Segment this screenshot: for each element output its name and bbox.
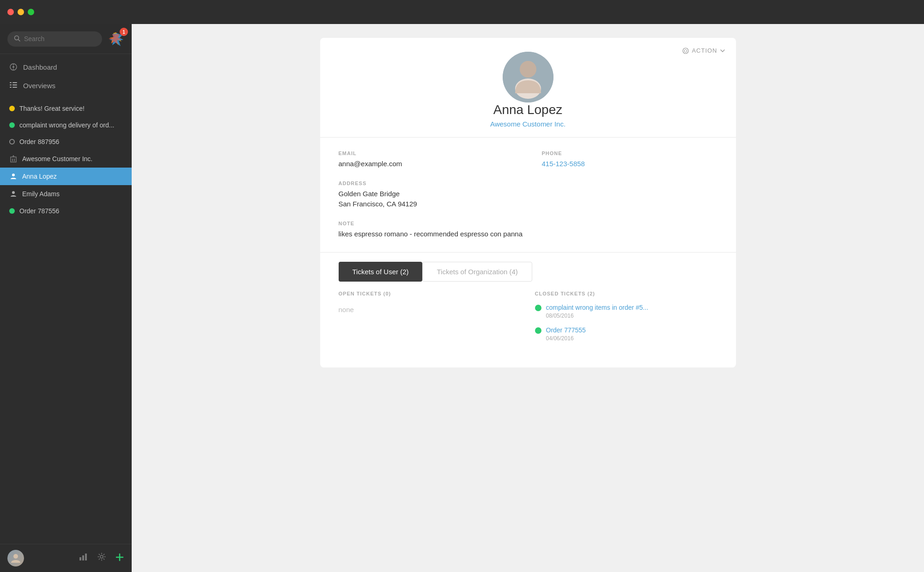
note-value: likes espresso romano - recommended espr… <box>339 229 717 240</box>
tickets-grid: OPEN TICKETS (0) none CLOSED TICKETS (2)… <box>339 291 717 358</box>
list-icon <box>9 81 18 90</box>
search-input[interactable] <box>24 35 96 42</box>
action-button[interactable]: ACTION <box>682 47 724 54</box>
tab-tickets-organization[interactable]: Tickets of Organization (4) <box>422 262 532 282</box>
closed-tickets-title: CLOSED TICKETS (2) <box>535 291 717 296</box>
ticket-status-dot <box>535 305 541 311</box>
ticket-status-dot <box>535 327 541 334</box>
svg-point-29 <box>683 48 688 54</box>
profile-details: EMAIL anna@example.com PHONE 415-123-585… <box>320 138 736 253</box>
list-item-thanks[interactable]: Thanks! Great service! <box>0 100 132 117</box>
email-section: EMAIL anna@example.com <box>339 151 514 169</box>
green-dot-icon <box>9 208 15 214</box>
address-label: ADDRESS <box>339 181 717 186</box>
svg-rect-19 <box>14 160 15 161</box>
svg-point-22 <box>13 554 18 559</box>
person-icon <box>9 190 18 198</box>
svg-rect-12 <box>12 84 17 85</box>
note-label: NOTE <box>339 221 717 226</box>
svg-rect-24 <box>82 555 84 560</box>
notification-badge: 1 <box>120 28 128 36</box>
list-item-label: Order 887956 <box>19 138 59 145</box>
footer-icons <box>79 553 124 564</box>
dashboard-icon <box>9 63 18 71</box>
app-container: 1 Dashboard <box>0 24 924 572</box>
svg-rect-11 <box>10 84 12 85</box>
svg-point-31 <box>520 61 536 78</box>
list-item-label: Emily Adams <box>22 190 60 198</box>
profile-header: ACTION Anna Lopez Awesome Customer Inc. <box>320 38 736 138</box>
yellow-dot-icon <box>9 106 15 111</box>
main-content: ACTION Anna Lopez Awesome Customer Inc. <box>132 24 924 572</box>
avatar <box>503 52 553 102</box>
list-item-awesome-customer[interactable]: Awesome Customer Inc. <box>0 150 132 168</box>
email-label: EMAIL <box>339 151 514 156</box>
tab-tickets-user[interactable]: Tickets of User (2) <box>339 262 423 282</box>
list-item-anna-lopez[interactable]: Anna Lopez <box>0 168 132 185</box>
profile-card: ACTION Anna Lopez Awesome Customer Inc. <box>320 38 736 367</box>
phone-section: PHONE 415-123-5858 <box>542 151 717 169</box>
list-item-label: Anna Lopez <box>22 173 57 180</box>
ticket-item: Order 777555 04/06/2016 <box>535 326 717 342</box>
ticket-title[interactable]: Order 777555 <box>546 326 586 334</box>
sidebar-footer <box>0 544 132 572</box>
gear-icon[interactable] <box>97 553 106 564</box>
sidebar-list: Thanks! Great service! complaint wrong d… <box>0 98 132 544</box>
list-item-complaint-delivery[interactable]: complaint wrong delivery of ord... <box>0 117 132 133</box>
sidebar-item-dashboard[interactable]: Dashboard <box>0 58 132 76</box>
svg-rect-17 <box>14 159 15 160</box>
tabs-section: Tickets of User (2) Tickets of Organizat… <box>320 253 736 367</box>
search-icon <box>14 35 20 43</box>
svg-point-20 <box>12 174 15 176</box>
building-icon <box>9 155 18 163</box>
address-value: Golden Gate Bridge San Francisco, CA 941… <box>339 189 717 210</box>
closed-tickets-section: CLOSED TICKETS (2) complaint wrong items… <box>535 291 717 349</box>
svg-rect-18 <box>12 160 13 161</box>
sidebar-item-overviews[interactable]: Overviews <box>0 76 132 95</box>
email-value: anna@example.com <box>339 159 514 169</box>
action-label: ACTION <box>692 47 717 54</box>
bar-chart-icon[interactable] <box>79 553 88 564</box>
person-icon <box>9 172 18 181</box>
ticket-item: complaint wrong items in order #5... 08/… <box>535 304 717 319</box>
svg-point-26 <box>100 555 103 558</box>
plus-icon[interactable] <box>115 553 124 564</box>
ticket-title[interactable]: complaint wrong items in order #5... <box>546 304 649 311</box>
list-item-emily-adams[interactable]: Emily Adams <box>0 185 132 203</box>
svg-rect-9 <box>10 82 12 83</box>
titlebar <box>0 0 924 24</box>
sidebar-header: 1 <box>0 24 132 54</box>
ticket-info: Order 777555 04/06/2016 <box>546 326 586 342</box>
address-section: ADDRESS Golden Gate Bridge San Francisco… <box>339 181 717 210</box>
list-item-order-887956[interactable]: Order 887956 <box>0 133 132 150</box>
ticket-date: 04/06/2016 <box>546 335 586 342</box>
svg-rect-14 <box>12 87 17 88</box>
overviews-label: Overviews <box>23 82 55 90</box>
close-button[interactable] <box>7 9 14 15</box>
traffic-lights <box>7 9 34 15</box>
svg-point-21 <box>12 191 15 194</box>
green-dot-icon <box>9 122 15 128</box>
tabs-row: Tickets of User (2) Tickets of Organizat… <box>339 262 717 282</box>
maximize-button[interactable] <box>28 9 34 15</box>
minimize-button[interactable] <box>18 9 24 15</box>
list-item-order-787556[interactable]: Order 787556 <box>0 203 132 219</box>
search-bar[interactable] <box>7 31 102 47</box>
list-item-label: Thanks! Great service! <box>19 105 85 112</box>
phone-value[interactable]: 415-123-5858 <box>542 159 717 169</box>
open-tickets-section: OPEN TICKETS (0) none <box>339 291 521 349</box>
logo-area: 1 <box>108 30 124 47</box>
profile-organization[interactable]: Awesome Customer Inc. <box>490 120 565 128</box>
list-item-label: complaint wrong delivery of ord... <box>19 121 114 129</box>
svg-rect-16 <box>12 159 13 160</box>
avatar[interactable] <box>7 550 24 566</box>
svg-rect-10 <box>12 82 17 83</box>
svg-rect-25 <box>85 554 87 560</box>
svg-rect-15 <box>11 157 16 162</box>
dashboard-label: Dashboard <box>23 63 57 71</box>
svg-point-6 <box>12 66 14 68</box>
ticket-info: complaint wrong items in order #5... 08/… <box>546 304 649 319</box>
open-tickets-empty: none <box>339 306 521 313</box>
profile-name: Anna Lopez <box>493 102 562 117</box>
sidebar: 1 Dashboard <box>0 24 132 572</box>
